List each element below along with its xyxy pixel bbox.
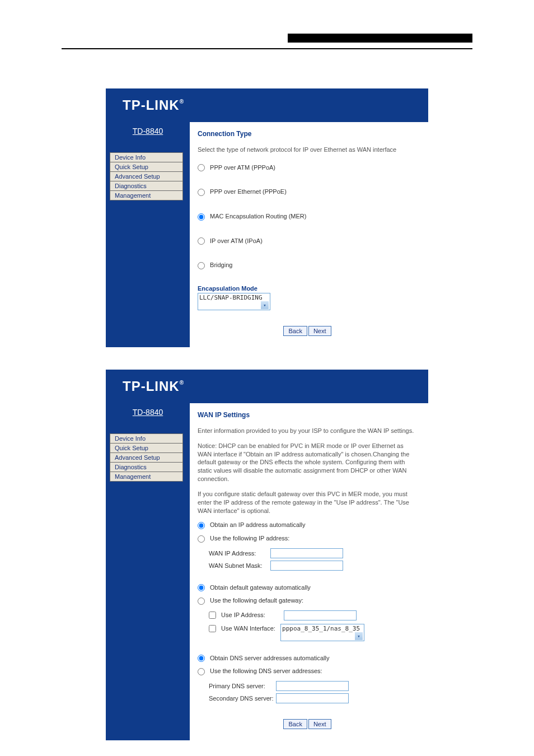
back-button[interactable]: Back — [283, 326, 307, 336]
radio-pppoa-row[interactable]: PPP over ATM (PPPoA) — [198, 164, 417, 172]
next-button[interactable]: Next — [308, 326, 331, 336]
wan-mask-input[interactable] — [270, 561, 343, 571]
doc-header-rule — [62, 48, 472, 49]
chk-use-ip-row[interactable]: Use IP Address: — [209, 610, 417, 620]
radio-bridging[interactable] — [198, 262, 205, 269]
page-title: WAN IP Settings — [198, 411, 417, 419]
radio-gw-static-label: Use the following default gateway: — [210, 597, 303, 604]
nav-diagnostics[interactable]: Diagnostics — [110, 181, 183, 191]
radio-dns-static[interactable] — [198, 668, 205, 675]
chk-use-wan-row[interactable]: Use WAN Interface: pppoa_8_35_1/nas_8_35… — [209, 623, 417, 641]
nav-management[interactable]: Management — [110, 472, 183, 482]
next-button[interactable]: Next — [308, 719, 331, 729]
wan-iface-select[interactable]: pppoa_8_35_1/nas_8_35 ▾ — [280, 624, 364, 641]
nav-advanced-setup[interactable]: Advanced Setup — [110, 171, 183, 181]
wan-iface-value: pppoa_8_35_1/nas_8_35 — [282, 625, 360, 632]
use-ip-input[interactable] — [284, 610, 357, 620]
encap-mode-value: LLC/SNAP-BRIDGING — [199, 294, 263, 301]
radio-ip-auto-label: Obtain an IP address automatically — [210, 521, 305, 528]
radio-bridging-label: Bridging — [210, 262, 232, 268]
sidebar: TD-8840 Device Info Quick Setup Advanced… — [106, 403, 190, 740]
nav-diagnostics[interactable]: Diagnostics — [110, 462, 183, 472]
content-area: WAN IP Settings Enter information provid… — [190, 403, 428, 740]
brand-header: TP-LINK® — [106, 88, 428, 122]
radio-ip-auto[interactable] — [198, 522, 205, 529]
radio-gw-auto[interactable] — [198, 584, 205, 591]
radio-gw-auto-row[interactable]: Obtain default gateway automatically — [198, 584, 417, 592]
brand-text: TP-LINK — [123, 97, 180, 113]
radio-dns-auto-row[interactable]: Obtain DNS server addresses automaticall… — [198, 655, 417, 662]
radio-pppoe-row[interactable]: PPP over Ethernet (PPPoE) — [198, 188, 417, 196]
radio-dns-static-label: Use the following DNS server addresses: — [210, 668, 322, 674]
primary-dns-input[interactable] — [276, 681, 349, 691]
content-area: Connection Type Select the type of netwo… — [190, 122, 428, 347]
intro-p2: Notice: DHCP can be enabled for PVC in M… — [198, 442, 417, 483]
radio-dns-auto-label: Obtain DNS server addresses automaticall… — [210, 655, 329, 661]
radio-mer-row[interactable]: MAC Encapsulation Routing (MER) — [198, 213, 417, 221]
doc-header-black-bar — [0, 34, 534, 45]
radio-pppoa[interactable] — [198, 164, 205, 171]
intro-text: Select the type of network protocol for … — [198, 146, 417, 154]
wan-ip-input[interactable] — [270, 548, 343, 558]
nav-advanced-setup[interactable]: Advanced Setup — [110, 452, 183, 463]
radio-ip-static-row[interactable]: Use the following IP address: — [198, 535, 417, 543]
chk-use-ip[interactable] — [209, 612, 216, 619]
brand-text: TP-LINK — [123, 379, 180, 394]
radio-ip-static-label: Use the following IP address: — [210, 535, 289, 542]
encap-mode-select[interactable]: LLC/SNAP-BRIDGING ▾ — [198, 293, 270, 310]
radio-gw-auto-label: Obtain default gateway automatically — [210, 584, 311, 591]
chk-use-ip-label: Use IP Address: — [221, 612, 265, 618]
radio-ipoa-row[interactable]: IP over ATM (IPoA) — [198, 237, 417, 245]
radio-mer-label: MAC Encapsulation Routing (MER) — [210, 213, 306, 220]
router-ui-wan-ip-settings: TP-LINK® TD-8840 Device Info Quick Setup… — [106, 370, 428, 740]
radio-ipoa-label: IP over ATM (IPoA) — [210, 237, 263, 244]
secondary-dns-label: Secondary DNS server: — [198, 695, 276, 702]
radio-dns-static-row[interactable]: Use the following DNS server addresses: — [198, 668, 417, 675]
nav-device-info[interactable]: Device Info — [110, 152, 183, 162]
brand-logo: TP-LINK® — [123, 97, 184, 113]
radio-pppoe[interactable] — [198, 189, 205, 196]
back-button[interactable]: Back — [283, 719, 307, 729]
nav-management[interactable]: Management — [110, 190, 183, 200]
radio-ip-auto-row[interactable]: Obtain an IP address automatically — [198, 521, 417, 529]
radio-pppoe-label: PPP over Ethernet (PPPoE) — [210, 188, 287, 195]
radio-bridging-row[interactable]: Bridging — [198, 262, 417, 269]
nav-quick-setup[interactable]: Quick Setup — [110, 162, 183, 172]
page-title: Connection Type — [198, 130, 417, 138]
brand-tm: ® — [180, 99, 184, 105]
sidebar: TD-8840 Device Info Quick Setup Advanced… — [106, 122, 190, 347]
chevron-down-icon: ▾ — [261, 301, 269, 309]
radio-gw-static[interactable] — [198, 598, 205, 605]
wan-mask-label: WAN Subnet Mask: — [198, 562, 270, 569]
brand-tm: ® — [180, 380, 184, 386]
primary-dns-label: Primary DNS server: — [198, 683, 276, 689]
intro-p3: If you configure static default gateway … — [198, 490, 417, 515]
secondary-dns-input[interactable] — [276, 693, 349, 703]
chk-use-wan-label: Use WAN Interface: — [221, 625, 275, 632]
chk-use-wan-iface[interactable] — [209, 625, 216, 632]
radio-mer[interactable] — [198, 213, 205, 221]
nav-device-info[interactable]: Device Info — [110, 433, 183, 444]
wan-ip-label: WAN IP Address: — [198, 550, 270, 557]
router-ui-connection-type: TP-LINK® TD-8840 Device Info Quick Setup… — [106, 88, 428, 347]
intro-p1: Enter information provided to you by you… — [198, 427, 417, 435]
encap-mode-label: Encapsulation Mode — [198, 285, 417, 292]
chevron-down-icon: ▾ — [355, 632, 363, 640]
radio-dns-auto[interactable] — [198, 655, 205, 662]
radio-gw-static-row[interactable]: Use the following default gateway: — [198, 597, 417, 605]
brand-header: TP-LINK® — [106, 370, 428, 403]
nav-quick-setup[interactable]: Quick Setup — [110, 443, 183, 453]
radio-ipoa[interactable] — [198, 237, 205, 245]
model-label: TD-8840 — [106, 403, 190, 419]
brand-logo: TP-LINK® — [123, 379, 184, 394]
radio-pppoa-label: PPP over ATM (PPPoA) — [210, 164, 275, 171]
radio-ip-static[interactable] — [198, 535, 205, 543]
model-label: TD-8840 — [106, 122, 190, 138]
